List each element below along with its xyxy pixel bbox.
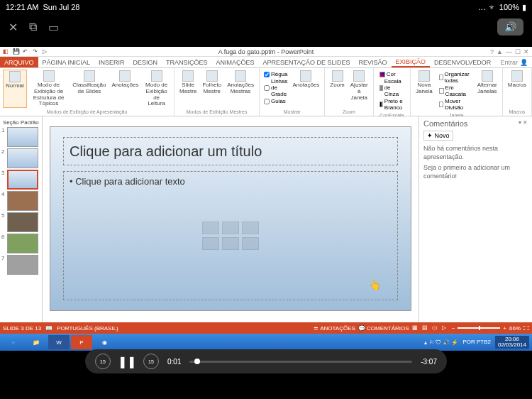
tab-slideshow[interactable]: APRESENTAÇÃO DE SLIDES [259,57,355,67]
help-icon[interactable]: ? [490,48,494,55]
pip-icon[interactable]: ⧉ [29,21,37,33]
slide-thumb-4[interactable] [7,191,38,211]
comments-empty-1: Não há comentários nesta apresentação. [423,145,528,161]
insert-table-icon[interactable] [202,222,219,234]
slide-editor[interactable]: Clique para adicionar um título • Clique… [43,116,419,322]
seek-track[interactable] [189,361,412,363]
gridlines-checkbox[interactable]: Linhas de Grade [264,78,288,97]
insert-smartart-icon[interactable] [242,222,259,234]
zoom-slider[interactable] [458,327,500,329]
notes-master-button[interactable]: Anotações Mestras [225,70,256,96]
minimize-icon[interactable]: — [506,48,512,55]
insert-picture-icon[interactable] [202,237,219,250]
switch-windows-button[interactable]: Alternar Janelas [475,70,499,112]
grayscale-option[interactable]: Escala de Cinza [379,78,404,97]
slide-thumb-7[interactable] [7,255,38,275]
slide-thumb-5[interactable] [7,212,38,232]
insert-online-pic-icon[interactable] [222,237,239,250]
group-color: Cor Escala de Cinza Preto e Branco Cor/E… [374,68,411,116]
outline-view-button[interactable]: Modo de Exibição de Estrutura de Tópicos [28,70,70,108]
volume-button[interactable]: 🔊 [497,18,523,35]
cascade-button[interactable]: Em Cascata [439,84,471,97]
tab-insert[interactable]: INSERIR [94,57,129,67]
comments-empty-2: Seja o primeiro a adicionar um comentári… [423,164,528,180]
fit-icon[interactable]: ⛶ [523,325,529,332]
sorter-view-icon[interactable]: ▤ [422,324,429,332]
section-header[interactable]: Seção Padrão [1,118,40,127]
quick-access-toolbar: ◧ 💾 ↶ ↷ ▷ A fuga do gato.pptm - PowerPoi… [0,47,532,57]
guides-checkbox[interactable]: Guias [264,98,288,104]
move-split-button[interactable]: Mover Divisão [439,98,471,111]
start-icon[interactable]: ▷ [43,48,50,55]
status-bar: SLIDE 3 DE 13 📖 PORTUGUÊS (BRASIL) ≐ ANO… [0,322,532,334]
language-indicator[interactable]: PORTUGUÊS (BRASIL) [57,325,118,332]
elapsed-time: 0:01 [167,358,181,366]
content-placeholder[interactable]: • Clique para adicionar texto [63,171,398,300]
comments-toggle[interactable]: 💬 COMENTÁRIOS [358,325,409,332]
reading-view-icon[interactable]: ▭ [432,324,439,332]
tab-home[interactable]: PÁGINA INICIAL [38,57,95,67]
airplay-icon[interactable]: ▭ [48,21,59,34]
handout-master-button[interactable]: Folheto Mestre [200,70,223,96]
close-panel-icon[interactable]: ▾ ✕ [519,119,528,128]
bw-option[interactable]: Preto e Branco [379,98,404,111]
insert-chart-icon[interactable] [222,222,239,234]
spell-icon[interactable]: 📖 [45,325,52,332]
title-placeholder[interactable]: Clique para adicionar um título [63,137,398,165]
new-window-button[interactable]: Nova Janela [414,70,435,112]
slide-indicator[interactable]: SLIDE 3 DE 13 [3,325,41,332]
zoom-button[interactable]: Zoom [328,70,346,102]
slide-thumb-3[interactable] [7,170,38,190]
group-master-views: Slide Mestre Folheto Mestre Anotações Me… [174,68,260,116]
remaining-time: -3:07 [421,358,437,366]
normal-view-icon[interactable]: ▦ [412,324,419,332]
slideshow-view-icon[interactable]: ▷ [442,324,449,332]
tab-review[interactable]: REVISÃO [354,57,391,67]
redo-icon[interactable]: ↷ [33,48,40,55]
group-window: Nova Janela Organizar todas Em Cascata M… [411,68,503,116]
sorter-view-button[interactable]: Classificação de Slides [70,70,108,108]
pause-button[interactable]: ❚❚ [119,354,135,369]
seek-thumb[interactable] [194,359,200,364]
forward-15-button[interactable]: 15 [143,354,159,369]
save-icon[interactable]: 💾 [13,48,20,55]
close-window-icon[interactable]: ✕ [523,48,529,55]
notes-toggle[interactable]: ≐ ANOTAÇÕES [314,325,355,332]
macros-button[interactable]: Macros [506,70,528,89]
signin-link[interactable]: Entrar👤 [496,57,532,67]
tab-developer[interactable]: DESENVOLVEDOR [430,57,495,67]
zoom-out-icon[interactable]: − [452,325,455,332]
new-comment-button[interactable]: ✦ Novo [423,131,453,141]
slide-master-button[interactable]: Slide Mestre [177,70,199,96]
undo-icon[interactable]: ↶ [23,48,30,55]
zoom-in-icon[interactable]: + [503,325,506,332]
reading-view-button[interactable]: Modo de Exibição de Leitura [142,70,171,108]
normal-view-button[interactable]: Normal [3,70,27,108]
slide-thumb-2[interactable] [7,148,38,168]
tab-view[interactable]: EXIBIÇÃO [392,57,431,67]
slide-thumb-6[interactable] [7,234,38,253]
arrange-all-button[interactable]: Organizar todas [439,71,471,84]
rewind-15-button[interactable]: 15 [95,354,111,369]
ribbon-toggle-icon[interactable]: ▲ [497,48,503,55]
tab-design[interactable]: DESIGN [129,57,162,67]
close-icon[interactable]: ✕ [9,21,18,34]
slide-thumb-1[interactable] [7,127,38,147]
ruler-checkbox[interactable]: Régua [264,71,288,77]
zoom-value[interactable]: 66% [509,325,521,332]
maximize-icon[interactable]: ☐ [515,48,521,55]
video-top-controls: ✕ ⧉ ▭ 🔊 [0,14,532,40]
fit-window-button[interactable]: Ajustar à Janela [348,70,370,102]
group-label: Modos de Exibição Mestres [177,109,256,114]
show-notes-button[interactable]: Anotações [291,70,322,106]
slide-canvas[interactable]: Clique para adicionar um título • Clique… [50,126,411,311]
powerpoint-window: ◧ 💾 ↶ ↷ ▷ A fuga do gato.pptm - PowerPoi… [0,47,532,339]
insert-video-icon[interactable] [242,237,259,250]
tab-file[interactable]: ARQUIVO [0,57,38,67]
color-option[interactable]: Cor [379,71,404,77]
notes-view-button[interactable]: Anotações [109,70,140,108]
tab-animations[interactable]: ANIMAÇÕES [212,57,259,67]
group-zoom: Zoom Ajustar à Janela Zoom [325,68,373,116]
content-insert-icons[interactable] [202,222,259,250]
tab-transitions[interactable]: TRANSIÇÕES [162,57,212,67]
